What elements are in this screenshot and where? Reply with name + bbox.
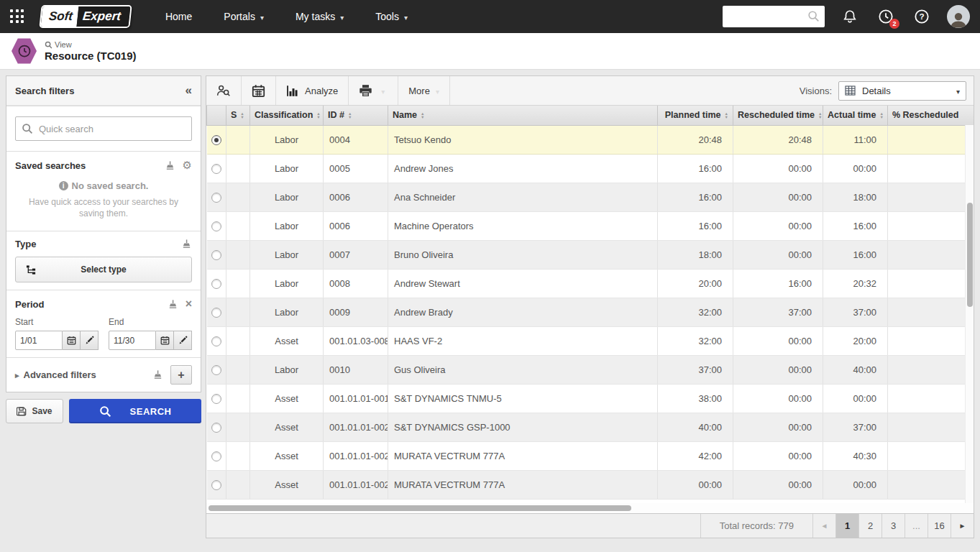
previous-page-button[interactable] <box>812 514 835 538</box>
apps-grid-icon[interactable] <box>10 9 24 24</box>
menu-home[interactable]: Home <box>152 0 205 33</box>
save-button[interactable]: Save <box>6 399 63 423</box>
table-row[interactable]: Asset001.01.01-002S&T DYNAMICS GSP-10004… <box>207 413 974 441</box>
column-header-name[interactable]: Name <box>388 106 658 125</box>
resource-search-button[interactable] <box>206 76 242 105</box>
clear-date-brush-icon[interactable] <box>81 331 99 350</box>
collapse-sidebar-icon[interactable] <box>186 83 192 98</box>
table-row[interactable]: Labor0004Tetsuo Kendo20:4820:4811:00 <box>207 125 974 154</box>
table-row[interactable]: Asset001.01.01-0021MURATA VECTRUM 777A00… <box>207 470 974 499</box>
page-button[interactable]: 16 <box>928 514 951 538</box>
column-header-planned-time[interactable]: Planned time <box>658 106 733 125</box>
row-classification: Labor <box>250 125 324 154</box>
row-select-radio[interactable] <box>211 164 221 174</box>
advanced-filters-toggle[interactable]: Advanced filters <box>15 369 96 380</box>
row-select-radio[interactable] <box>211 336 221 346</box>
menu-tools[interactable]: Tools <box>362 0 421 33</box>
user-avatar[interactable] <box>947 5 970 28</box>
clear-filter-broom-icon[interactable] <box>165 160 175 171</box>
period-start-input[interactable] <box>15 331 63 350</box>
column-header-id[interactable]: ID # <box>324 106 388 125</box>
row-select-radio[interactable] <box>211 221 221 231</box>
row-select-radio[interactable] <box>211 279 221 289</box>
analyze-button[interactable]: Analyze <box>276 76 349 105</box>
clear-filter-broom-icon[interactable] <box>168 299 178 310</box>
gear-icon[interactable] <box>183 159 192 172</box>
clear-filter-broom-icon[interactable] <box>152 369 163 380</box>
search-button-label: SEARCH <box>130 406 172 417</box>
vertical-scrollbar[interactable] <box>965 125 974 503</box>
row-radio-cell[interactable] <box>207 355 226 384</box>
row-radio-cell[interactable] <box>207 384 226 413</box>
calendar-icon[interactable] <box>156 331 174 350</box>
row-select-radio[interactable] <box>211 308 221 318</box>
menu-my-tasks[interactable]: My tasks <box>283 0 357 33</box>
more-button[interactable]: More <box>398 76 450 105</box>
print-button[interactable] <box>349 76 398 105</box>
row-radio-cell[interactable] <box>207 326 226 355</box>
next-page-button[interactable] <box>951 514 974 538</box>
row-radio-cell[interactable] <box>207 211 226 240</box>
clear-date-brush-icon[interactable] <box>174 331 192 350</box>
column-header-pct-rescheduled[interactable]: % Rescheduled <box>888 106 974 125</box>
add-filter-button[interactable] <box>170 365 192 385</box>
select-type-button[interactable]: Select type <box>15 257 192 282</box>
page-button[interactable]: 1 <box>835 514 858 538</box>
column-header-classification[interactable]: Classification <box>250 106 324 125</box>
row-radio-cell[interactable] <box>207 269 226 298</box>
table-row[interactable]: Labor0008Andrew Stewart20:0016:0020:32 <box>207 269 974 298</box>
row-select-radio[interactable] <box>211 423 221 433</box>
vertical-scrollbar-thumb[interactable] <box>967 203 973 307</box>
row-radio-cell[interactable] <box>207 183 226 211</box>
search-icon <box>99 405 111 418</box>
row-radio-cell[interactable] <box>207 154 226 183</box>
page-button[interactable]: 2 <box>858 514 881 538</box>
pending-tasks-clock-icon[interactable]: 2 <box>875 6 897 27</box>
visions-select[interactable]: Details <box>838 81 966 101</box>
print-options-caret[interactable] <box>378 86 388 96</box>
table-row[interactable]: Labor0005Andrew Jones16:0000:0000:00 <box>207 154 974 183</box>
remove-period-filter-icon[interactable] <box>186 298 192 310</box>
row-select-radio[interactable] <box>211 250 221 260</box>
column-header-rescheduled-time[interactable]: Rescheduled time <box>733 106 823 125</box>
clear-filter-broom-icon[interactable] <box>181 239 192 249</box>
horizontal-scrollbar-thumb[interactable] <box>209 505 631 511</box>
view-search-icon <box>45 41 52 49</box>
table-row[interactable]: Labor0009Andrew Brady32:0037:0037:00 <box>207 298 974 326</box>
menu-portals[interactable]: Portals <box>211 0 277 33</box>
table-row[interactable]: Labor0006Ana Schneider16:0000:0018:00 <box>207 183 974 211</box>
period-end-input[interactable] <box>109 331 156 350</box>
table-row[interactable]: Labor0007Bruno Oliveira18:0000:0016:00 <box>207 240 974 269</box>
search-filters-header: Search filters <box>6 76 201 106</box>
row-select-radio[interactable] <box>211 394 221 404</box>
table-row[interactable]: Labor0010Gus Oliveira37:0000:0040:00 <box>207 355 974 384</box>
row-radio-cell[interactable] <box>207 298 226 326</box>
table-row[interactable]: Asset001.01.01-001S&T DYNAMICS TNMU-538:… <box>207 384 974 413</box>
row-select-radio[interactable] <box>211 480 221 490</box>
page-button[interactable]: 3 <box>881 514 905 538</box>
column-header-actual-time[interactable]: Actual time <box>823 106 888 125</box>
row-radio-cell[interactable] <box>207 470 226 499</box>
expand-triangle-icon <box>15 369 19 380</box>
row-radio-cell[interactable] <box>207 240 226 269</box>
help-icon[interactable]: ? <box>911 6 933 27</box>
softexpert-logo[interactable]: Soft Expert <box>39 5 132 28</box>
notifications-bell-icon[interactable] <box>839 6 861 27</box>
row-select-radio[interactable] <box>211 193 221 203</box>
row-select-radio[interactable] <box>211 135 221 145</box>
calendar-icon[interactable] <box>63 331 81 350</box>
row-select-radio[interactable] <box>211 365 221 375</box>
row-select-radio[interactable] <box>211 451 221 461</box>
calendar-view-button[interactable] <box>242 76 276 105</box>
table-row[interactable]: Asset001.01.01-0021MURATA VECTRUM 777A42… <box>207 441 974 470</box>
row-radio-cell[interactable] <box>207 441 226 470</box>
quick-search-input[interactable] <box>15 116 192 141</box>
row-radio-cell[interactable] <box>207 413 226 441</box>
chevron-down-icon <box>260 11 264 22</box>
horizontal-scrollbar[interactable] <box>206 503 974 513</box>
table-row[interactable]: Labor0006Machine Operators16:0000:0016:0… <box>207 211 974 240</box>
column-header-s[interactable]: S <box>226 106 250 125</box>
table-row[interactable]: Asset001.01.03-008HAAS VF-232:0000:0020:… <box>207 326 974 355</box>
search-button[interactable]: SEARCH <box>69 399 201 423</box>
row-radio-cell[interactable] <box>207 125 226 154</box>
